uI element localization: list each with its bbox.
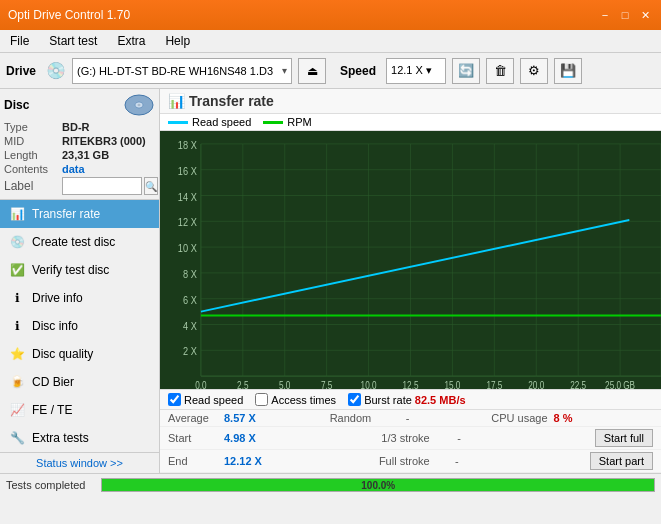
end-value: 12.12 X <box>224 455 262 467</box>
menu-start-test[interactable]: Start test <box>43 32 103 50</box>
legend-read-speed: Read speed <box>168 116 251 128</box>
transfer-rate-icon: 📊 <box>8 205 26 223</box>
disc-section: Disc Type BD-R MID RITEKBR3 (000) <box>0 89 159 200</box>
extra-tests-icon: 🔧 <box>8 429 26 447</box>
label-row: Label 🔍 <box>4 177 155 195</box>
svg-text:14 X: 14 X <box>178 191 197 203</box>
menu-file[interactable]: File <box>4 32 35 50</box>
svg-text:25.0 GB: 25.0 GB <box>605 380 635 389</box>
save-button[interactable]: 💾 <box>554 58 582 84</box>
drive-select-value: (G:) HL-DT-ST BD-RE WH16NS48 1.D3 <box>77 65 278 77</box>
nav-item-verify-test-disc[interactable]: ✅ Verify test disc <box>0 256 159 284</box>
status-text: Tests completed <box>6 479 85 491</box>
stat-full-stroke: Full stroke - <box>379 455 590 467</box>
speed-select[interactable]: 12.1 X ▾ <box>386 58 446 84</box>
legend-rpm: RPM <box>263 116 311 128</box>
refresh-button[interactable]: 🔄 <box>452 58 480 84</box>
drive-info-icon: ℹ <box>8 289 26 307</box>
svg-text:8 X: 8 X <box>183 268 197 280</box>
close-button[interactable]: ✕ <box>637 7 653 23</box>
nav-item-extra-tests[interactable]: 🔧 Extra tests <box>0 424 159 452</box>
svg-text:2.5: 2.5 <box>237 380 248 389</box>
label-browse-button[interactable]: 🔍 <box>144 177 158 195</box>
access-times-checkbox[interactable] <box>255 393 268 406</box>
eject-button[interactable]: ⏏ <box>298 58 326 84</box>
erase-button[interactable]: 🗑 <box>486 58 514 84</box>
svg-text:2 X: 2 X <box>183 345 197 357</box>
burst-rate-value: 82.5 MB/s <box>415 394 466 406</box>
burst-rate-checkbox-label: Burst rate <box>364 394 412 406</box>
stat-cpu: CPU usage 8 % <box>491 412 653 424</box>
settings-button[interactable]: ⚙ <box>520 58 548 84</box>
drive-bar: Drive 💿 (G:) HL-DT-ST BD-RE WH16NS48 1.D… <box>0 53 661 89</box>
nav-item-transfer-rate[interactable]: 📊 Transfer rate <box>0 200 159 228</box>
mid-row: MID RITEKBR3 (000) <box>4 135 155 147</box>
progress-bar: 100.0% <box>101 478 655 492</box>
nav-item-fe-te[interactable]: 📈 FE / TE <box>0 396 159 424</box>
stat-end: End 12.12 X <box>168 455 379 467</box>
stat-1-3-stroke: 1/3 stroke - <box>381 432 594 444</box>
nav-item-drive-info[interactable]: ℹ Drive info <box>0 284 159 312</box>
nav-item-disc-quality[interactable]: ⭐ Disc quality <box>0 340 159 368</box>
end-label: End <box>168 455 218 467</box>
length-label: Length <box>4 149 62 161</box>
menu-bar: File Start test Extra Help <box>0 30 661 53</box>
nav-item-disc-info[interactable]: ℹ Disc info <box>0 312 159 340</box>
start-full-button[interactable]: Start full <box>595 429 653 447</box>
chart-header: 📊 Transfer rate <box>160 89 661 114</box>
random-label: Random <box>330 412 400 424</box>
label-input[interactable] <box>62 177 142 195</box>
stats-row-1: Average 8.57 X Random - CPU usage 8 % <box>160 410 661 427</box>
status-bar: Tests completed 100.0% <box>0 473 661 495</box>
legend-read-speed-color <box>168 121 188 124</box>
disc-icon <box>123 93 155 117</box>
svg-text:12.5: 12.5 <box>403 380 419 389</box>
cd-bier-icon: 🍺 <box>8 373 26 391</box>
start-part-button[interactable]: Start part <box>590 452 653 470</box>
progress-label: 100.0% <box>361 479 395 490</box>
nav-label-verify-test-disc: Verify test disc <box>32 263 109 277</box>
disc-info-icon: ℹ <box>8 317 26 335</box>
length-row: Length 23,31 GB <box>4 149 155 161</box>
nav-item-cd-bier[interactable]: 🍺 CD Bier <box>0 368 159 396</box>
disc-quality-icon: ⭐ <box>8 345 26 363</box>
type-row: Type BD-R <box>4 121 155 133</box>
minimize-button[interactable]: − <box>597 7 613 23</box>
mid-label: MID <box>4 135 62 147</box>
speed-value: 12.1 X ▾ <box>391 64 432 77</box>
svg-text:10 X: 10 X <box>178 242 197 254</box>
average-label: Average <box>168 412 218 424</box>
svg-text:5.0: 5.0 <box>279 380 290 389</box>
svg-text:0.0: 0.0 <box>195 380 206 389</box>
chart-svg: 18 X 16 X 14 X 12 X 10 X 8 X 6 X 4 X 2 X… <box>160 131 661 389</box>
burst-rate-checkbox-item: Burst rate 82.5 MB/s <box>348 393 465 406</box>
stat-random: Random - <box>330 412 492 424</box>
drive-icon: 💿 <box>46 61 66 80</box>
verify-test-disc-icon: ✅ <box>8 261 26 279</box>
nav-label-fe-te: FE / TE <box>32 403 72 417</box>
svg-text:7.5: 7.5 <box>321 380 332 389</box>
svg-text:4 X: 4 X <box>183 320 197 332</box>
nav-item-create-test-disc[interactable]: 💿 Create test disc <box>0 228 159 256</box>
stat-average: Average 8.57 X <box>168 412 330 424</box>
legend-read-speed-label: Read speed <box>192 116 251 128</box>
svg-text:18 X: 18 X <box>178 139 197 151</box>
menu-extra[interactable]: Extra <box>111 32 151 50</box>
drive-select[interactable]: (G:) HL-DT-ST BD-RE WH16NS48 1.D3 ▾ <box>72 58 292 84</box>
stats-area: Average 8.57 X Random - CPU usage 8 % St… <box>160 409 661 473</box>
mid-value: RITEKBR3 (000) <box>62 135 146 147</box>
app-title: Opti Drive Control 1.70 <box>8 8 130 22</box>
burst-rate-checkbox[interactable] <box>348 393 361 406</box>
right-panel: 📊 Transfer rate Read speed RPM <box>160 89 661 473</box>
contents-value[interactable]: data <box>62 163 85 175</box>
status-window-button[interactable]: Status window >> <box>0 452 159 473</box>
nav-label-transfer-rate: Transfer rate <box>32 207 100 221</box>
content-area: Disc Type BD-R MID RITEKBR3 (000) <box>0 89 661 473</box>
access-times-checkbox-item: Access times <box>255 393 336 406</box>
menu-help[interactable]: Help <box>159 32 196 50</box>
chart-title: Transfer rate <box>189 93 274 109</box>
read-speed-checkbox[interactable] <box>168 393 181 406</box>
maximize-button[interactable]: □ <box>617 7 633 23</box>
svg-text:17.5: 17.5 <box>486 380 502 389</box>
legend-rpm-label: RPM <box>287 116 311 128</box>
